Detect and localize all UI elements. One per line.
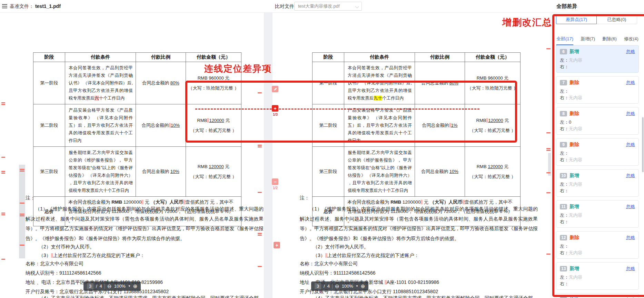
tab-ignored[interactable]: 已忽略(0) — [597, 15, 637, 24]
base-file-name: test1_1.pdf — [35, 3, 61, 9]
filter-deleted[interactable]: 删除(6) — [602, 36, 617, 45]
caret-down-icon[interactable]: ▼ — [128, 285, 131, 288]
pen-icon — [273, 87, 277, 91]
sidebar-scrollbar[interactable] — [642, 117, 644, 172]
base-file-caption: 基准文件： — [10, 3, 34, 9]
filter-all[interactable]: 全部(17) — [556, 36, 573, 45]
note-2-right: （2）支付币种为人民币。 — [313, 244, 369, 250]
diff-left-value: 无内容 — [569, 182, 582, 187]
diff-filters: 全部(17) 新增(7) 删除(6) 修改(4) — [556, 36, 638, 45]
diff-add-jump-icon[interactable]: + — [272, 105, 278, 112]
annotation-connector-text: 连线定位差异项 — [204, 63, 272, 75]
page-toolbar-left: 3 / 4 ⊖ 100% ▼ ⊕ — [83, 281, 141, 291]
page-separator: / — [96, 284, 97, 289]
diff-index-badge: 12 — [560, 235, 567, 240]
table-row: 第三阶段 服务期结束,乙方向甲方提交加盖公章的《维护服务报告》， 甲方签发等级在… — [313, 147, 521, 197]
diff-card-8[interactable]: 8删除忽略 左：0 右：无内容 — [556, 107, 639, 135]
zoom-level: 100% — [342, 284, 353, 289]
diff-card-7[interactable]: 7删除忽略 左： 右：无内容 — [556, 76, 639, 104]
page-number-input[interactable]: 3 — [87, 283, 93, 289]
account-name-left: 名称：北京大中小有限公司 — [26, 261, 83, 267]
note-4-right: （4）乙方产品达不到验收标准，不能满足甲方需求，甲方有权单方面解除合同，同时要求… — [313, 295, 533, 298]
diff-right-value: 无内容 — [569, 126, 582, 131]
diff-card-14[interactable]: 14修改忽略 左： 右： — [556, 293, 639, 298]
col-header-condition: 付款条件 — [65, 53, 136, 62]
zoom-level: 100% — [114, 284, 126, 289]
account-name-right: 名称：北京大中小有限公司 — [300, 261, 358, 267]
sidebar-title: 全部差异 — [556, 3, 577, 10]
page-total: 4 — [327, 284, 330, 289]
diff-type-label: 删除 — [569, 235, 579, 241]
pdf-compare-app: 基准文件： test1_1.pdf 比对文件： test大量内容修改.pdf 全… — [0, 0, 644, 298]
filter-added[interactable]: 新增(7) — [581, 36, 595, 45]
sidebar-tabs: 差异点(17) 已忽略(0) — [556, 15, 637, 24]
diff-add-jump-icon[interactable]: + — [274, 242, 280, 248]
tab-diff-points[interactable]: 差异点(17) — [556, 15, 597, 24]
diff-right-value: 无内容 — [569, 95, 582, 100]
diff-card-13[interactable]: 13新增忽略 左：无内容 右： — [556, 262, 639, 290]
diff-index-badge: 8 — [560, 111, 567, 116]
zoom-in-icon[interactable]: ⊕ — [133, 284, 138, 289]
diff-remove-jump-icon[interactable]: − — [272, 178, 278, 185]
note-2-left: （2）支付币种为人民币。 — [39, 244, 95, 250]
diff-type-label: 删除 — [569, 111, 579, 117]
diff-index-badge: 7 — [560, 80, 567, 85]
note-1-right: （1）《维护服务报告》内容应当包括服务期间的与合同相关条款对应的各项服务活动的描… — [300, 204, 538, 243]
toolbar-divider — [105, 284, 105, 289]
annotate-pen-icon[interactable] — [272, 86, 278, 92]
chevron-down-icon — [355, 5, 359, 9]
notes-label-right: 注： — [300, 195, 309, 201]
deleted-char-highlight: 六 — [95, 96, 99, 101]
col-header-stage: 阶段 — [313, 53, 344, 62]
diff-card-10[interactable]: 10新增忽略 左：无内容 右： — [556, 169, 639, 197]
diff-left-value: 无内容 — [569, 58, 582, 63]
table-row: 第二阶段 产品安装合格甲方签发《产品质量验收单》 （详见本合同附件五）后，且甲方… — [33, 104, 241, 147]
page-number-input[interactable]: 3 — [315, 283, 321, 289]
col-header-stage: 阶段 — [33, 53, 65, 62]
compare-file-select[interactable]: test大量内容修改.pdf — [294, 2, 362, 11]
diff-index-badge: 11 — [560, 204, 567, 209]
diff-left-value: 0 — [569, 120, 571, 125]
ignore-link[interactable]: 忽略 — [626, 49, 635, 55]
page-separator: / — [324, 284, 325, 289]
diff-card-9[interactable]: 9删除忽略 左： 右：无内容 — [556, 138, 639, 166]
ignore-link[interactable]: 忽略 — [626, 80, 635, 86]
ignore-link[interactable]: 忽略 — [626, 235, 635, 241]
note-3-left: （3）上述付款应付至乙方在此指定的下述账户： — [39, 253, 145, 259]
table-row: 第一阶段 本合同签署生效，产品到货经甲方清点无误并签发《产品到货确认书》 （详见… — [313, 62, 521, 104]
diff-card-12[interactable]: 12删除忽略 左： 右：无内容 — [556, 231, 639, 259]
ignore-link[interactable]: 忽略 — [626, 111, 635, 117]
menu-icon[interactable] — [2, 4, 7, 8]
ignore-link[interactable]: 忽略 — [626, 266, 635, 272]
filter-modified[interactable]: 修改(4) — [624, 36, 638, 45]
diff-type-label: 修改 — [569, 297, 579, 298]
notes-label-left: 注： — [26, 195, 35, 201]
diff-right-value: 无内容 — [569, 157, 582, 162]
diff-type-label: 新增 — [569, 173, 579, 179]
diff-card-6[interactable]: 6新增忽略 左：无内容 右： — [556, 45, 639, 73]
zoom-in-icon[interactable]: ⊕ — [361, 284, 365, 289]
table-row: 第三阶段 服务期结束,乙方向甲方提交加盖公章的《维护服务报告》， 甲方签发等级在… — [33, 147, 241, 197]
diff-left-value: 无内容 — [569, 275, 582, 280]
diff-type-label: 新增 — [569, 204, 579, 210]
diff-index-badge: 6 — [560, 49, 567, 54]
ignore-link[interactable]: 忽略 — [626, 297, 635, 298]
page-total: 4 — [100, 284, 102, 289]
ignore-link[interactable]: 忽略 — [626, 142, 635, 148]
compare-file-name: test大量内容修改.pdf — [298, 3, 340, 9]
account-tax-left: 纳税人识别号：9111124586142566 — [26, 270, 101, 276]
col-header-amount: 付款金额（元） — [186, 53, 241, 62]
diff-card-11[interactable]: 11新增忽略 左：无内容 右： — [556, 200, 639, 228]
col-header-ratio: 付款比例 — [415, 53, 465, 62]
added-char-highlight: 九十 — [374, 96, 382, 101]
diff-add-counter: 1/3 — [271, 113, 279, 116]
caret-down-icon[interactable]: ▼ — [356, 285, 358, 288]
pane-divider-gutter — [264, 0, 273, 298]
zoom-out-icon[interactable]: ⊖ — [107, 284, 112, 289]
ignore-link[interactable]: 忽略 — [626, 173, 635, 179]
zoom-out-icon[interactable]: ⊖ — [335, 284, 339, 289]
ignore-link[interactable]: 忽略 — [626, 204, 635, 210]
diff-card-list: 6新增忽略 左：无内容 右： 7删除忽略 左： 右：无内容 8删除忽略 左：0 … — [556, 45, 639, 298]
account-tax-right: 纳税人识别号：9111124586142566 — [300, 270, 375, 276]
base-file-label: 基准文件： test1_1.pdf — [10, 3, 61, 10]
